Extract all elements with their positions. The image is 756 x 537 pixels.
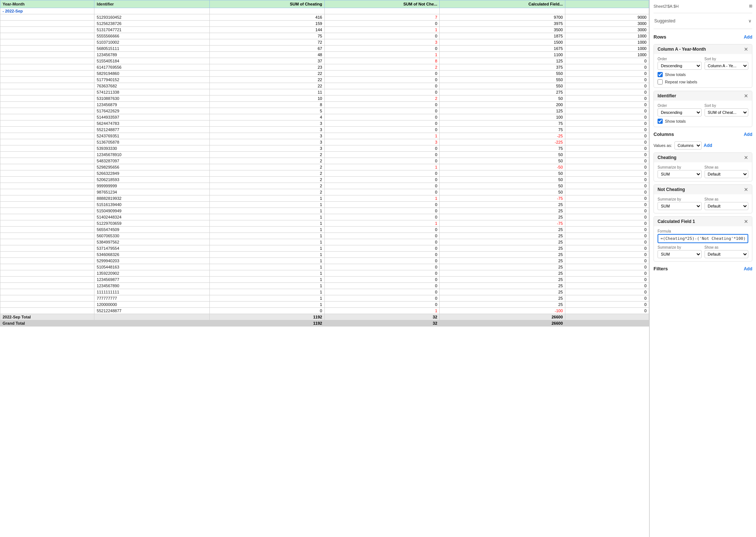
- group-identifier: [94, 8, 209, 14]
- not-cheating-close-button[interactable]: ✕: [744, 187, 748, 192]
- cell-not-cheating: 0: [324, 270, 439, 277]
- cell-cheating: 0: [209, 308, 324, 314]
- col-a-show-totals-checkbox[interactable]: [658, 72, 663, 77]
- table-row: 5483287097 2 0 50 0: [0, 158, 649, 164]
- table-row: 987651234 2 0 50 0: [0, 189, 649, 195]
- col-a-sortby-select[interactable]: Column A - Ye...: [705, 62, 749, 70]
- group-calc: [440, 8, 565, 14]
- cell-extra: 0: [565, 139, 649, 145]
- cell-calc: 3500: [440, 27, 565, 33]
- identifier-close-button[interactable]: ✕: [744, 93, 748, 98]
- cell-cheating: 1: [209, 289, 324, 295]
- cell-extra: 0: [565, 289, 649, 295]
- cell-calc: 50: [440, 189, 565, 195]
- table-row: 5607065330 1 0 25 0: [0, 233, 649, 239]
- values-add-button[interactable]: Add: [704, 143, 712, 148]
- cell-identifier: 51317047721: [94, 27, 209, 33]
- cell-extra: 0: [565, 58, 649, 64]
- cell-extra: 0: [565, 127, 649, 133]
- col-a-repeat-row-labels-checkbox[interactable]: [658, 79, 663, 84]
- cell-cheating: 2: [209, 189, 324, 195]
- cell-year-month: [0, 295, 94, 302]
- cell-cheating: 3: [209, 145, 324, 152]
- calc-show-as-select[interactable]: Default: [705, 250, 749, 258]
- cheating-summarize-select[interactable]: SUM COUNT AVERAGE: [658, 170, 702, 178]
- cell-calc: 25: [440, 277, 565, 283]
- identifier-show-totals-label: Show totals: [665, 119, 686, 123]
- cell-extra: 0: [565, 152, 649, 158]
- cell-calc: 125: [440, 58, 565, 64]
- cell-not-cheating: 0: [324, 208, 439, 214]
- col-a-title: Column A - Year-Month: [658, 47, 706, 52]
- table-row: 5371479554 1 0 25 0: [0, 245, 649, 252]
- formula-input[interactable]: [658, 234, 748, 243]
- cheating-show-as-select[interactable]: Default: [705, 170, 749, 178]
- columns-add-button[interactable]: Add: [744, 132, 752, 137]
- not-cheating-summarize-select[interactable]: SUM COUNT: [658, 202, 702, 210]
- identifier-sortby-select[interactable]: SUM of Cheat...: [705, 108, 749, 116]
- cell-year-month: [0, 233, 94, 239]
- cell-not-cheating: 0: [324, 277, 439, 283]
- cell-identifier: 5243769351: [94, 133, 209, 139]
- rows-add-button[interactable]: Add: [744, 35, 752, 40]
- table-row: 5741211338 11 0 275 0: [0, 89, 649, 95]
- cell-not-cheating: 0: [324, 258, 439, 264]
- table-area[interactable]: Year-Month Identifier SUM of Cheating SU…: [0, 0, 649, 537]
- cell-calc: 1875: [440, 33, 565, 39]
- cell-year-month: [0, 245, 94, 252]
- filters-add-button[interactable]: Add: [744, 266, 752, 271]
- identifier-section: Identifier ✕ Order Descending Ascending …: [654, 91, 752, 127]
- cell-cheating: 37: [209, 58, 324, 64]
- cell-cheating: 1: [209, 302, 324, 308]
- rows-label: Rows: [654, 34, 666, 40]
- cheating-summarize-show-row: Summarize by SUM COUNT AVERAGE Show as D…: [658, 165, 748, 178]
- col-a-close-button[interactable]: ✕: [744, 47, 748, 52]
- cell-not-cheating: 0: [324, 264, 439, 270]
- cell-calc: 25: [440, 283, 565, 289]
- cell-cheating: 144: [209, 27, 324, 33]
- cell-year-month: [0, 177, 94, 183]
- cell-identifier: 123456879: [94, 102, 209, 108]
- calculated-field-section: Calculated Field 1 ✕ Formula Summarize b…: [654, 216, 752, 262]
- calculated-field-close-button[interactable]: ✕: [744, 219, 748, 224]
- identifier-order-select[interactable]: Descending Ascending: [658, 108, 702, 116]
- cell-extra: 0: [565, 133, 649, 139]
- table-row: 1111111111 1 0 25 0: [0, 289, 649, 295]
- cell-extra: 0: [565, 308, 649, 314]
- total-label: 2022-Sep Total: [0, 314, 94, 320]
- cell-year-month: [0, 308, 94, 314]
- col-a-order-select[interactable]: Descending Ascending: [658, 62, 702, 70]
- cell-calc: 125: [440, 108, 565, 114]
- cell-extra: 0: [565, 77, 649, 83]
- cell-year-month: [0, 208, 94, 214]
- cell-calc: 25: [440, 208, 565, 214]
- pivot-table: Year-Month Identifier SUM of Cheating SU…: [0, 0, 649, 327]
- cell-cheating: 1: [209, 264, 324, 270]
- table-row: 539393330 3 0 75 0: [0, 145, 649, 152]
- cell-extra: 0: [565, 220, 649, 227]
- suggested-chevron[interactable]: ∨: [748, 18, 752, 24]
- cell-not-cheating: 3: [324, 139, 439, 145]
- cell-calc: 25: [440, 302, 565, 308]
- not-cheating-show-as-select[interactable]: Default: [705, 202, 749, 210]
- identifier-show-totals-checkbox[interactable]: [658, 119, 663, 124]
- cell-cheating: 3: [209, 120, 324, 127]
- cell-calc: 25: [440, 227, 565, 233]
- cell-identifier: 5741211338: [94, 89, 209, 95]
- cell-calc: 25: [440, 245, 565, 252]
- values-as-select[interactable]: Columns Rows: [674, 141, 702, 149]
- cell-year-month: [0, 71, 94, 77]
- cell-year-month: [0, 127, 94, 133]
- cell-calc: -100: [440, 308, 565, 314]
- cell-not-cheating: 0: [324, 295, 439, 302]
- table-row: 12345678910 2 0 50 0: [0, 152, 649, 158]
- sheet-ref: Sheet2!$A:$H: [654, 4, 679, 8]
- cheating-close-button[interactable]: ✕: [744, 155, 748, 160]
- cell-calc: 50: [440, 177, 565, 183]
- group-not-cheating: [324, 8, 439, 14]
- cell-not-cheating: 0: [324, 71, 439, 77]
- cell-year-month: [0, 252, 94, 258]
- table-row: 88882819932 1 1 -75 0: [0, 195, 649, 202]
- cell-identifier: 5555566666: [94, 33, 209, 39]
- calc-summarize-select[interactable]: SUM: [658, 250, 702, 258]
